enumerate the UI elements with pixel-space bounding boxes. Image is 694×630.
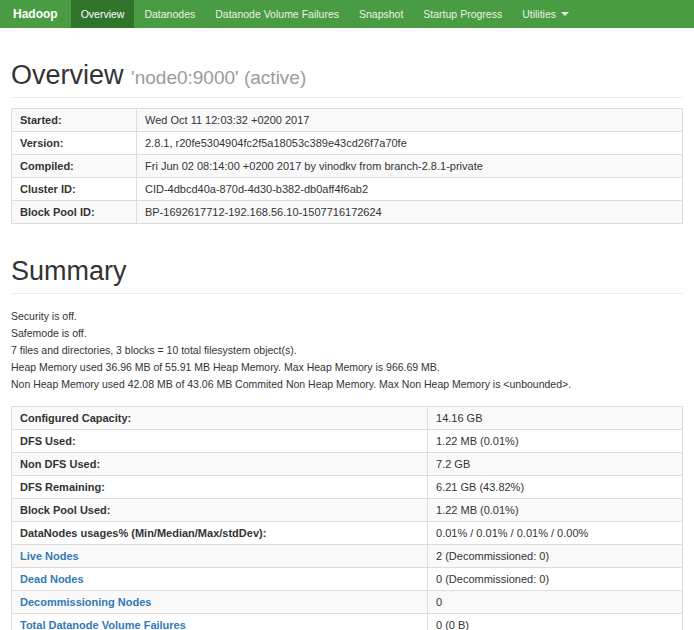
row-value: Fri Jun 02 08:14:00 +0200 2017 by vinodk… (137, 155, 683, 178)
summary-status-line: Non Heap Memory used 42.08 MB of 43.06 M… (11, 376, 683, 393)
row-label: Live Nodes (12, 545, 428, 568)
summary-status-line: Heap Memory used 36.96 MB of 55.91 MB He… (11, 359, 683, 376)
row-label: Block Pool ID: (12, 201, 137, 224)
nav-item-utilities[interactable]: Utilities (512, 0, 579, 28)
row-value: Wed Oct 11 12:03:32 +0200 2017 (137, 109, 683, 132)
table-row: DataNodes usages% (Min/Median/Max/stdDev… (12, 522, 683, 545)
row-value: 0 (0 B) (428, 614, 683, 630)
summary-heading-text: Summary (11, 256, 127, 286)
row-label: Compiled: (12, 155, 137, 178)
divider (11, 97, 683, 98)
row-label: Decommissioning Nodes (12, 591, 428, 614)
page-title: Overview 'node0:9000' (active) (11, 60, 683, 91)
table-row: Compiled:Fri Jun 02 08:14:00 +0200 2017 … (12, 155, 683, 178)
row-label: Total Datanode Volume Failures (12, 614, 428, 630)
table-row: Total Datanode Volume Failures0 (0 B) (12, 614, 683, 630)
table-row: Live Nodes2 (Decommissioned: 0) (12, 545, 683, 568)
row-label: Started: (12, 109, 137, 132)
row-label: Version: (12, 132, 137, 155)
nav-item-snapshot[interactable]: Snapshot (349, 0, 413, 28)
row-value: 14.16 GB (428, 407, 683, 430)
table-row: Cluster ID:CID-4dbcd40a-870d-4d30-b382-d… (12, 178, 683, 201)
table-row: Version:2.8.1, r20fe5304904fc2f5a18053c3… (12, 132, 683, 155)
nav-item-datanodes[interactable]: Datanodes (134, 0, 205, 28)
brand-logo[interactable]: Hadoop (0, 0, 71, 28)
live-nodes-link[interactable]: Live Nodes (20, 550, 79, 562)
table-row: Configured Capacity:14.16 GB (12, 407, 683, 430)
row-value: 1.22 MB (0.01%) (428, 499, 683, 522)
summary-status-line: Safemode is off. (11, 325, 683, 342)
row-label: Cluster ID: (12, 178, 137, 201)
table-row: DFS Used:1.22 MB (0.01%) (12, 430, 683, 453)
total-datanode-volume-failures-link[interactable]: Total Datanode Volume Failures (20, 619, 186, 630)
row-label: DFS Remaining: (12, 476, 428, 499)
table-row: Decommissioning Nodes0 (12, 591, 683, 614)
table-row: DFS Remaining:6.21 GB (43.82%) (12, 476, 683, 499)
row-value: BP-1692617712-192.168.56.10-150771617262… (137, 201, 683, 224)
summary-table-body: Configured Capacity:14.16 GBDFS Used:1.2… (12, 407, 683, 630)
row-value: 7.2 GB (428, 453, 683, 476)
summary-status-line: Security is off. (11, 308, 683, 325)
row-label: DFS Used: (12, 430, 428, 453)
nav-item-datanode-volume-failures[interactable]: Datanode Volume Failures (205, 0, 349, 28)
row-value: 1.22 MB (0.01%) (428, 430, 683, 453)
nav-item-overview[interactable]: Overview (71, 0, 135, 28)
main-content: Overview 'node0:9000' (active) Started:W… (0, 60, 694, 630)
nav-item-startup-progress[interactable]: Startup Progress (413, 0, 512, 28)
table-row: Block Pool Used:1.22 MB (0.01%) (12, 499, 683, 522)
table-row: Dead Nodes0 (Decommissioned: 0) (12, 568, 683, 591)
row-value: 0.01% / 0.01% / 0.01% / 0.00% (428, 522, 683, 545)
row-value: 6.21 GB (43.82%) (428, 476, 683, 499)
row-value: 2 (Decommissioned: 0) (428, 545, 683, 568)
row-label: Block Pool Used: (12, 499, 428, 522)
overview-title: Overview (11, 60, 124, 90)
namenode-address-subtitle: 'node0:9000' (active) (131, 67, 306, 88)
row-value: CID-4dbcd40a-870d-4d30-b382-db0aff4f6ab2 (137, 178, 683, 201)
table-row: Non DFS Used:7.2 GB (12, 453, 683, 476)
summary-status-lines: Security is off.Safemode is off.7 files … (11, 308, 683, 393)
row-value: 0 (Decommissioned: 0) (428, 568, 683, 591)
row-label: Non DFS Used: (12, 453, 428, 476)
row-value: 0 (428, 591, 683, 614)
chevron-down-icon (561, 12, 569, 16)
navbar: Hadoop OverviewDatanodesDatanode Volume … (0, 0, 694, 28)
divider (11, 293, 683, 294)
navbar-items: OverviewDatanodesDatanode Volume Failure… (71, 0, 579, 28)
row-value: 2.8.1, r20fe5304904fc2f5a18053c389e43cd2… (137, 132, 683, 155)
overview-table: Started:Wed Oct 11 12:03:32 +0200 2017Ve… (11, 108, 683, 224)
summary-table: Configured Capacity:14.16 GBDFS Used:1.2… (11, 406, 683, 630)
decommissioning-nodes-link[interactable]: Decommissioning Nodes (20, 596, 151, 608)
summary-status-line: 7 files and directories, 3 blocks = 10 t… (11, 342, 683, 359)
summary-title: Summary (11, 256, 683, 287)
overview-table-body: Started:Wed Oct 11 12:03:32 +0200 2017Ve… (12, 109, 683, 224)
dead-nodes-link[interactable]: Dead Nodes (20, 573, 84, 585)
table-row: Started:Wed Oct 11 12:03:32 +0200 2017 (12, 109, 683, 132)
row-label: DataNodes usages% (Min/Median/Max/stdDev… (12, 522, 428, 545)
table-row: Block Pool ID:BP-1692617712-192.168.56.1… (12, 201, 683, 224)
row-label: Configured Capacity: (12, 407, 428, 430)
row-label: Dead Nodes (12, 568, 428, 591)
